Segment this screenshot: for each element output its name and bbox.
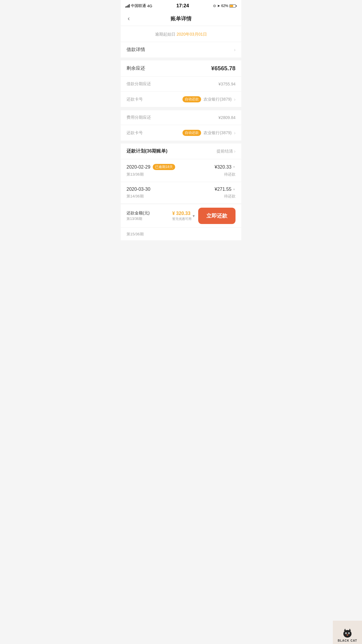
loan-detail-row[interactable]: 借款详情 › [121,42,241,57]
payment-amount-1: ¥320.33 ▼ [215,164,236,170]
payment-period-2: 第14/36期 [126,194,144,199]
fee-installment-value: ¥2809.84 [219,115,236,120]
down-arrow-icon-1: ▼ [233,165,236,169]
early-settlement-button[interactable]: 提前结清 › [217,149,236,154]
bottom-left: 还款金额(元) 第13/36期 [126,211,169,221]
overdue-date-section: 逾期起始日 2020年03月01日 [121,26,241,42]
repay-card-label-1: 还款卡号 [126,97,143,102]
payment-date-area-1: 2020-02-29 已逾期18天 [126,164,175,170]
time-label: 17:24 [176,3,189,9]
repay-card-row-1[interactable]: 还款卡号 自动还款 农业银行(3879) › [121,92,241,107]
bank-name-1: 农业银行(3879) [203,97,231,102]
remaining-row: 剩余应还 ¥6565.78 [121,60,241,77]
payment-item-1: 2020-02-29 已逾期18天 ¥320.33 ▼ 第13/36期 待还款 [121,159,241,182]
last-period-label: 第15/36期 [126,232,144,236]
pay-button[interactable]: 立即还款 [198,208,236,224]
last-period-row: 第15/36期 [121,228,241,240]
summary-section: 剩余应还 ¥6565.78 借款分期应还 ¥3755.94 还款卡号 自动还款 … [121,60,241,141]
chevron-right-icon: › [234,47,236,52]
remaining-label: 剩余应还 [126,65,145,71]
loan-detail-label: 借款详情 [126,47,145,53]
payment-date-2: 2020-03-30 [126,187,150,192]
bottom-note: 暂无优惠可用 [172,217,191,221]
payment-period-1: 第13/36期 [126,172,144,177]
carrier-label: 中国联通 [131,3,146,8]
payment-amount-2: ¥271.55 ▼ [215,187,236,192]
chevron-right-icon-3: › [234,130,236,136]
bottom-amount-area: ¥ 320.33 暂无优惠可用 ▾ [172,211,195,221]
overdue-label: 逾期起始日 [155,32,175,36]
fee-installment-label: 费用分期应还 [126,115,151,120]
repay-plan-header: 还款计划(36期账单) 提前结清 › [121,144,241,159]
payment-status-2: 待还款 [224,194,236,199]
dropdown-icon[interactable]: ▾ [193,214,195,218]
repay-card-label-2: 还款卡号 [126,130,143,136]
status-left: 中国联通 4G [125,3,152,8]
bottom-label: 还款金额(元) [126,211,169,216]
fee-installment-row: 费用分期应还 ¥2809.84 [121,110,241,125]
inner-divider-1 [121,107,241,110]
payment-date-1: 2020-02-29 [126,164,150,170]
remaining-value: ¥6565.78 [211,65,236,72]
bottom-amount: ¥ 320.33 [172,211,191,216]
down-arrow-icon-2: ▼ [233,188,236,191]
section-divider-1 [121,57,241,60]
repay-plan-title: 还款计划(36期账单) [126,148,167,154]
battery-icon [229,4,237,8]
repay-card-row-2[interactable]: 还款卡号 自动还款 农业银行(3879) › [121,125,241,141]
location-icon: ⊙ [213,4,216,8]
battery-label: 62% [221,4,228,8]
section-divider-2 [121,141,241,144]
chevron-right-icon-4: › [234,149,236,154]
payment-item-2: 2020-03-30 ¥271.55 ▼ 第14/36期 待还款 [121,182,241,204]
loan-installment-label: 借款分期应还 [126,81,151,87]
back-button[interactable]: ‹ [125,14,132,24]
loan-detail-section: 借款详情 › [121,42,241,57]
payment-status-1: 待还款 [224,172,236,177]
auto-badge-1: 自动还款 [182,96,201,102]
bottom-bar: 还款金额(元) 第13/36期 ¥ 320.33 暂无优惠可用 ▾ 立即还款 [121,204,241,228]
auto-badge-2: 自动还款 [182,130,201,136]
bank-name-2: 农业银行(3879) [203,130,231,136]
signal-icon [125,4,130,8]
navigation-icon: ➤ [217,4,220,8]
header: ‹ 账单详情 [121,12,241,26]
overdue-badge-1: 已逾期18天 [153,164,175,170]
repay-card-value-1: 自动还款 农业银行(3879) › [182,96,236,102]
status-right: ⊙ ➤ 62% [213,4,237,8]
loan-installment-row: 借款分期应还 ¥3755.94 [121,77,241,92]
repay-card-value-2: 自动还款 农业银行(3879) › [182,130,236,136]
loan-installment-value: ¥3755.94 [219,82,236,86]
page-title: 账单详情 [171,15,191,22]
network-label: 4G [147,4,152,8]
chevron-right-icon-2: › [234,97,236,102]
status-bar: 中国联通 4G 17:24 ⊙ ➤ 62% [121,0,241,12]
payment-date-area-2: 2020-03-30 [126,187,150,192]
overdue-date: 2020年03月01日 [177,32,207,36]
bottom-period: 第13/36期 [126,216,169,221]
